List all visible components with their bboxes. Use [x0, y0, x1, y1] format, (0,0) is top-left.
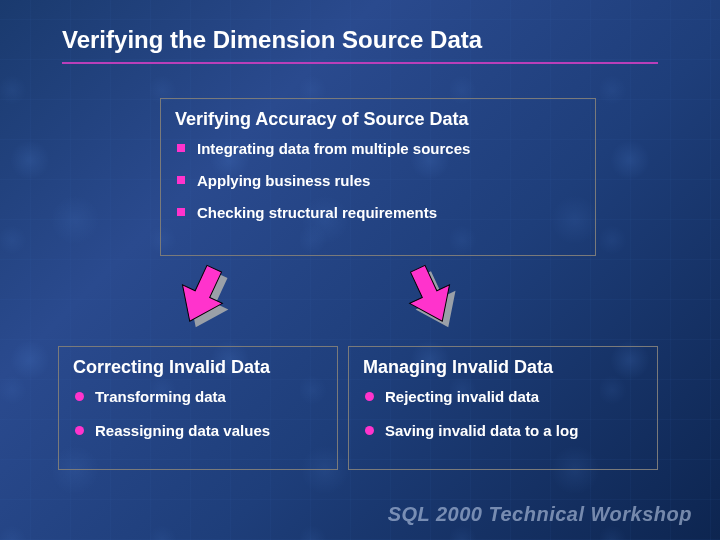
- top-box: Verifying Accuracy of Source Data Integr…: [160, 98, 596, 256]
- list-item-text: Applying business rules: [197, 172, 370, 189]
- right-box: Managing Invalid Data Rejecting invalid …: [348, 346, 658, 470]
- list-item: Applying business rules: [175, 172, 581, 190]
- list-item: Transforming data: [73, 388, 323, 406]
- square-bullet-icon: [177, 208, 185, 216]
- slide: Verifying the Dimension Source Data Veri…: [0, 0, 720, 540]
- dot-bullet-icon: [365, 392, 374, 401]
- dot-bullet-icon: [365, 426, 374, 435]
- list-item-text: Checking structural requirements: [197, 204, 437, 221]
- list-item-text: Rejecting invalid data: [385, 388, 539, 405]
- list-item-text: Reassigning data values: [95, 422, 270, 439]
- list-item: Integrating data from multiple sources: [175, 140, 581, 158]
- list-item: Rejecting invalid data: [363, 388, 643, 406]
- left-box-heading: Correcting Invalid Data: [73, 357, 323, 378]
- arrow-down-left-icon: [172, 260, 242, 330]
- slide-title: Verifying the Dimension Source Data: [62, 26, 482, 54]
- left-box-list: Transforming data Reassigning data value…: [73, 388, 323, 440]
- arrow-down-right-icon: [400, 260, 470, 330]
- title-underline: [62, 62, 658, 64]
- footer-text: SQL 2000 Technical Workshop: [388, 503, 692, 526]
- list-item-text: Integrating data from multiple sources: [197, 140, 470, 157]
- dot-bullet-icon: [75, 426, 84, 435]
- square-bullet-icon: [177, 144, 185, 152]
- list-item: Reassigning data values: [73, 422, 323, 440]
- square-bullet-icon: [177, 176, 185, 184]
- dot-bullet-icon: [75, 392, 84, 401]
- left-box: Correcting Invalid Data Transforming dat…: [58, 346, 338, 470]
- top-box-list: Integrating data from multiple sources A…: [175, 140, 581, 222]
- list-item: Saving invalid data to a log: [363, 422, 643, 440]
- list-item-text: Transforming data: [95, 388, 226, 405]
- right-box-heading: Managing Invalid Data: [363, 357, 643, 378]
- right-box-list: Rejecting invalid data Saving invalid da…: [363, 388, 643, 440]
- list-item: Checking structural requirements: [175, 204, 581, 222]
- list-item-text: Saving invalid data to a log: [385, 422, 578, 439]
- top-box-heading: Verifying Accuracy of Source Data: [175, 109, 581, 130]
